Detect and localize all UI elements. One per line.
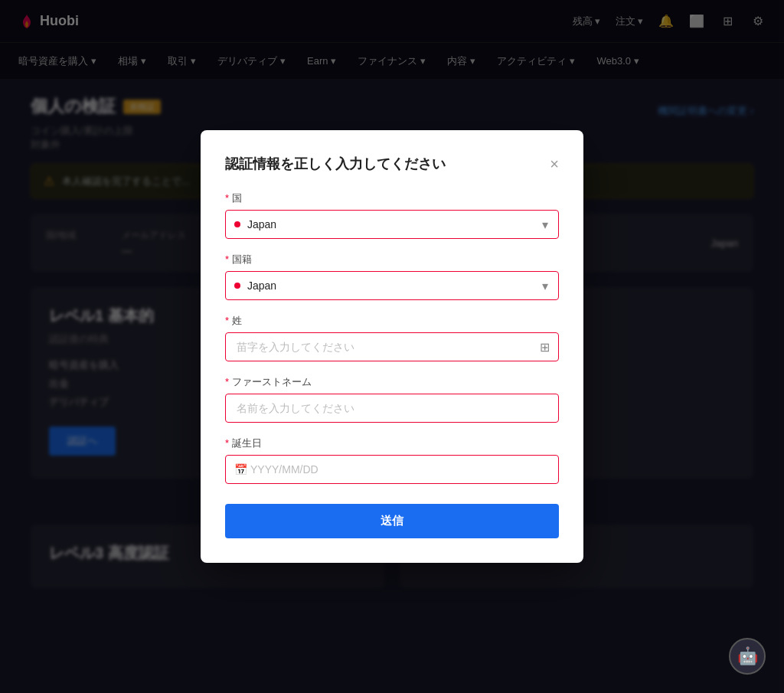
- country-select-wrapper: Japan: [225, 210, 559, 239]
- modal-title: 認証情報を正しく入力してください: [225, 155, 446, 173]
- dob-field-group: * 誕生日 📅: [225, 436, 559, 484]
- modal-close-button[interactable]: ×: [550, 156, 559, 172]
- firstname-field-group: * ファーストネーム: [225, 375, 559, 423]
- nationality-select[interactable]: Japan: [225, 271, 559, 300]
- modal: 認証情報を正しく入力してください × * 国 Japan * 国籍: [201, 130, 583, 563]
- dob-input[interactable]: [225, 455, 559, 484]
- scan-icon: ⊞: [540, 340, 550, 355]
- country-select[interactable]: Japan: [225, 210, 559, 239]
- country-label: * 国: [225, 191, 559, 205]
- lastname-field-group: * 姓 ⊞: [225, 314, 559, 361]
- modal-header: 認証情報を正しく入力してください ×: [225, 155, 559, 173]
- nationality-label: * 国籍: [225, 253, 559, 266]
- country-field-group: * 国 Japan: [225, 191, 559, 239]
- nationality-field-group: * 国籍 Japan: [225, 253, 559, 300]
- calendar-icon: 📅: [234, 463, 247, 476]
- firstname-label: * ファーストネーム: [225, 375, 559, 389]
- dob-input-wrapper: 📅: [225, 455, 559, 484]
- lastname-input-wrapper: ⊞: [225, 332, 559, 361]
- lastname-input[interactable]: [225, 332, 559, 361]
- lastname-label: * 姓: [225, 314, 559, 328]
- dob-label: * 誕生日: [225, 436, 559, 450]
- nationality-select-wrapper: Japan: [225, 271, 559, 300]
- modal-overlay: 認証情報を正しく入力してください × * 国 Japan * 国籍: [0, 0, 784, 693]
- submit-button[interactable]: 送信: [225, 504, 559, 538]
- firstname-input[interactable]: [225, 394, 559, 423]
- chatbot-button[interactable]: 🤖: [729, 638, 766, 675]
